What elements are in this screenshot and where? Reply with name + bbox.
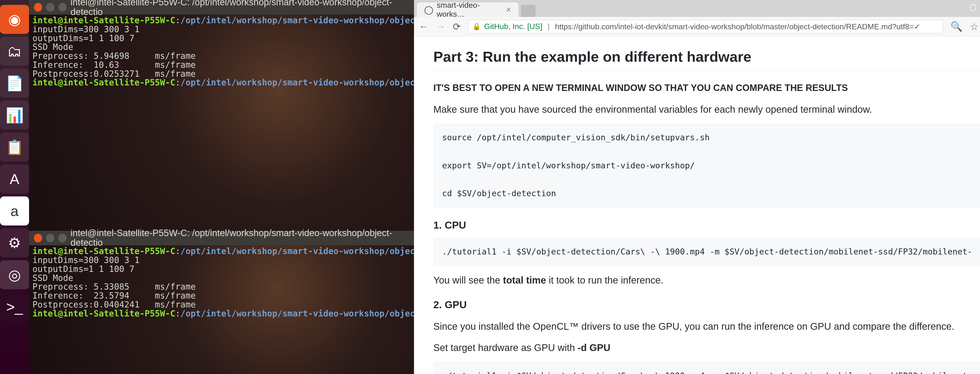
- terminal-gpu-titlebar[interactable]: intel@intel-Satellite-P55W-C: /opt/intel…: [29, 231, 414, 245]
- out-preprocess: Preprocess: 5.33085 ms/frame: [32, 282, 196, 292]
- url-text: https://github.com/intel-iot-devkit/smar…: [555, 22, 920, 31]
- subheading: IT'S BEST TO OPEN A NEW TERMINAL WINDOW …: [433, 81, 980, 95]
- maximize-icon[interactable]: [58, 3, 67, 12]
- out-inputdims: inputDims=300 300 3 1: [32, 24, 140, 34]
- maximize-icon[interactable]: [58, 234, 67, 242]
- close-icon[interactable]: [34, 3, 42, 12]
- system-indicator-icon[interactable]: ⬡: [969, 2, 977, 13]
- prompt-user: intel@intel-Satellite-P55W-C: [32, 16, 175, 25]
- chrome-window: ◯ smart-video-works… ✕ ← → ⟳ 🔒 GitHub, I…: [414, 0, 980, 374]
- url-org: GitHub, Inc. [US]: [484, 22, 542, 31]
- terminal-cpu[interactable]: intel@intel-Satellite-P55W-C: /opt/intel…: [29, 0, 414, 231]
- tab-github[interactable]: ◯ smart-video-works… ✕: [417, 2, 519, 17]
- out-ssd: SSD Mode: [32, 42, 73, 52]
- paragraph-opencl: Since you installed the OpenCL™ drivers …: [433, 319, 980, 334]
- out-ssd: SSD Mode: [32, 273, 73, 283]
- launcher-calc-icon[interactable]: 📊: [0, 101, 29, 130]
- address-bar: ← → ⟳ 🔒 GitHub, Inc. [US] | https://gith…: [414, 17, 980, 36]
- terminal-gpu[interactable]: intel@intel-Satellite-P55W-C: /opt/intel…: [29, 231, 414, 374]
- url-field[interactable]: 🔒 GitHub, Inc. [US] | https://github.com…: [468, 20, 943, 33]
- terminal-gpu-body[interactable]: intel@intel-Satellite-P55W-C:/opt/intel/…: [29, 245, 414, 319]
- launcher-files-icon[interactable]: 🗂: [0, 37, 29, 66]
- launcher-software-icon[interactable]: A: [0, 165, 29, 193]
- terminal-gpu-title: intel@intel-Satellite-P55W-C: /opt/intel…: [70, 228, 409, 248]
- out-outputdims: outputDims=1 1 100 7: [32, 264, 134, 274]
- out-postprocess: Postprocess:0.0404241 ms/frame: [32, 300, 196, 309]
- section-gpu: 2. GPU: [433, 297, 980, 312]
- launcher-settings-icon[interactable]: ⚙: [0, 228, 29, 257]
- terminal-cpu-body[interactable]: intel@intel-Satellite-P55W-C:/opt/intel/…: [29, 14, 414, 89]
- launcher-chrome-icon[interactable]: ◎: [0, 260, 29, 289]
- paragraph-env: Make sure that you have sourced the envi…: [433, 102, 980, 117]
- code-gpu[interactable]: ./tutorial1 -i $SV/object-detection/Cars…: [433, 362, 980, 374]
- tab-title: smart-video-works…: [437, 1, 502, 19]
- back-button[interactable]: ←: [419, 21, 428, 32]
- close-icon[interactable]: [34, 234, 42, 242]
- out-preprocess: Preprocess: 5.94698 ms/frame: [32, 51, 196, 61]
- launcher-writer-icon[interactable]: 📄: [0, 69, 29, 98]
- out-inference: Inference: 23.5794 ms/frame: [32, 291, 196, 301]
- github-favicon-icon: ◯: [424, 5, 433, 14]
- page-heading: Part 3: Run the example on different har…: [433, 46, 980, 71]
- code-setup[interactable]: source /opt/intel/computer_vision_sdk/bi…: [433, 124, 980, 208]
- minimize-icon[interactable]: [46, 3, 54, 12]
- unity-launcher: ◉ 🗂 📄 📊 📋 A a ⚙ ◎ >_: [0, 0, 29, 374]
- forward-button[interactable]: →: [436, 21, 445, 32]
- tab-close-icon[interactable]: ✕: [506, 6, 511, 14]
- section-cpu: 1. CPU: [433, 217, 980, 233]
- paragraph-targethw: Set target hardware as GPU with -d GPU: [433, 341, 980, 355]
- star-icon[interactable]: ☆: [970, 21, 978, 32]
- out-inference: Inference: 10.63 ms/frame: [32, 60, 196, 70]
- launcher-amazon-icon[interactable]: a: [0, 197, 29, 225]
- launcher-terminal-icon[interactable]: >_: [0, 292, 29, 321]
- out-outputdims: outputDims=1 1 100 7: [32, 33, 134, 43]
- launcher-dash-icon[interactable]: ◉: [0, 5, 29, 34]
- terminal-stack: intel@intel-Satellite-P55W-C: /opt/intel…: [29, 0, 414, 374]
- zoom-icon[interactable]: 🔍: [950, 21, 963, 32]
- launcher-impress-icon[interactable]: 📋: [0, 133, 29, 162]
- out-postprocess: Postprocess:0.0253271 ms/frame: [32, 69, 196, 79]
- code-cpu[interactable]: ./tutorial1 -i $SV/object-detection/Cars…: [433, 238, 980, 266]
- minimize-icon[interactable]: [46, 234, 54, 242]
- out-inputdims: inputDims=300 300 3 1: [32, 255, 140, 265]
- page-content[interactable]: Part 3: Run the example on different har…: [414, 36, 980, 374]
- tab-bar[interactable]: ◯ smart-video-works… ✕: [414, 0, 980, 17]
- terminal-cpu-titlebar[interactable]: intel@intel-Satellite-P55W-C: /opt/intel…: [29, 0, 414, 14]
- reload-button[interactable]: ⟳: [453, 21, 461, 32]
- lock-icon: 🔒: [473, 22, 481, 30]
- paragraph-totaltime: You will see the total time it took to r…: [433, 273, 980, 287]
- new-tab-button[interactable]: [521, 5, 536, 17]
